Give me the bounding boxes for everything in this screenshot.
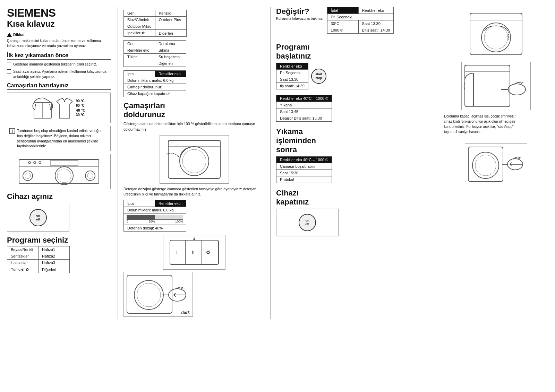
menu-cell: Değiştir Bitiş saati: 15:30 bbox=[276, 115, 332, 122]
menu-cell[interactable]: Diğerleri bbox=[39, 266, 70, 273]
menu-cell: Yıkana bbox=[276, 102, 332, 108]
yikama-sonra-section: Yıkamaişlemindensonra Renkliler eko 40°C… bbox=[276, 127, 438, 183]
cihazi-kapat-section: Cihazıkapatınız on off bbox=[276, 189, 438, 236]
detergent-svg: I II ✿ bbox=[166, 237, 222, 268]
clack-label: clack bbox=[181, 310, 190, 314]
table-row: Çamaşır boşaltılabilir bbox=[276, 163, 332, 170]
menu-cell: Dolun miktarı: maks. 6,0 kg bbox=[124, 77, 186, 84]
menu-cell[interactable]: Geri bbox=[124, 41, 155, 47]
program-secin-heading: Programı seçiniz bbox=[7, 236, 111, 245]
table-row: Geri Karışık bbox=[124, 10, 187, 17]
checkbox-icon bbox=[7, 62, 11, 66]
menu-cell[interactable]: Karışık bbox=[155, 10, 186, 17]
table-row: Renkliler eko Sıkma bbox=[124, 47, 186, 54]
detergent-img: I II ✿ bbox=[163, 235, 225, 270]
svg-rect-33 bbox=[465, 65, 510, 71]
menu-cell[interactable]: Bluz/Gömlek bbox=[124, 17, 155, 23]
svg-rect-29 bbox=[470, 13, 522, 20]
menu-cell[interactable]: Renkliler eko bbox=[124, 47, 155, 54]
menu-cell[interactable]: İpekliler ✿ bbox=[124, 30, 155, 37]
svg-rect-28 bbox=[470, 13, 522, 55]
menu-cell[interactable]: Diğerleri bbox=[155, 60, 186, 67]
menu-cell[interactable]: Renkliler eko bbox=[358, 7, 394, 14]
ilk-kez-heading: İlk kez yıkamadan önce bbox=[7, 52, 111, 60]
start-stop-button[interactable]: start stop bbox=[311, 69, 326, 84]
menu-cell: Saat 13:30 bbox=[358, 20, 394, 27]
menu-cell: 1000 © bbox=[327, 27, 358, 34]
shirt-svg bbox=[56, 96, 73, 120]
right-right-subcol: Doldurma kapağı açılmaz ise, çocuk emniy… bbox=[444, 7, 548, 242]
svg-point-36 bbox=[472, 152, 499, 178]
table-row: Renkliler eko bbox=[276, 63, 308, 70]
cihazi-kapat-onoff-box: on off bbox=[276, 209, 339, 236]
svg-point-4 bbox=[28, 162, 31, 164]
table-row: Tüller Su boşaltma bbox=[124, 54, 186, 60]
menu-cell[interactable]: Durulama bbox=[155, 41, 186, 47]
svg-point-25 bbox=[134, 280, 163, 310]
menu-cell[interactable]: İptal bbox=[327, 7, 358, 14]
door-close-img: clack bbox=[123, 272, 193, 317]
menu-cell: 30°C bbox=[327, 20, 358, 27]
table-row: Saat 15:30 bbox=[276, 170, 332, 176]
menu-cell: Çamaşır doldurunuz bbox=[124, 84, 186, 90]
table-row: Saat 13:30 bbox=[276, 76, 308, 83]
menu-cell[interactable]: Renkliler eko bbox=[155, 200, 186, 207]
menu-cell: Renkliler eko 40°C – 1000 © bbox=[276, 95, 332, 102]
cihazi-kapat-text: Doldurma kapağı açılmaz ise, çocuk emniy… bbox=[444, 114, 520, 134]
table-row: Beyaz/Renkli Hafıza1 bbox=[7, 246, 70, 253]
svg-rect-17 bbox=[168, 140, 220, 147]
table-row: Deterjan dozajı: 40% bbox=[124, 225, 186, 232]
table-row: 30°C Saat 13:30 bbox=[327, 20, 394, 27]
menu-cell: Saat 13:30 bbox=[276, 76, 308, 83]
svg-point-9 bbox=[57, 169, 71, 183]
machine-svg bbox=[16, 158, 102, 185]
menu-cell: Renkliler eko 40°C – 1000 © bbox=[276, 157, 332, 163]
menu-cell[interactable]: Yünlüler ✿ bbox=[7, 266, 39, 273]
menu3: İptal Renkliler eko Dolun miktarı: maks.… bbox=[123, 70, 186, 97]
svg-point-30 bbox=[481, 23, 511, 52]
table-row: Çamaşır doldurunuz bbox=[124, 84, 186, 90]
drum-spin-img bbox=[465, 10, 527, 58]
clothing-diagram: 90 °C 60 °C 40 °C 30 °C bbox=[7, 93, 111, 123]
info-box: i Tamburun boş olup olmadığını kontrol e… bbox=[7, 126, 111, 151]
menu-cell[interactable]: Hafıza3 bbox=[39, 260, 70, 266]
menu-cell[interactable]: İptal bbox=[124, 71, 155, 77]
menu-cell: tiş saati: 14:39 bbox=[276, 83, 308, 89]
table-row: Bluz/Gömlek Outdoor Plus bbox=[124, 17, 187, 23]
menu-cell[interactable]: Tüller bbox=[124, 54, 155, 60]
svg-point-6 bbox=[39, 162, 41, 164]
drum-loading-svg bbox=[166, 139, 222, 180]
table-row: Pr. Seçenekl. bbox=[327, 14, 394, 20]
menu-cell[interactable]: Sentetikler bbox=[7, 253, 39, 260]
temp-labels: 90 °C 60 °C 40 °C 30 °C bbox=[76, 99, 86, 117]
menu-cell[interactable]: Beyaz/Renkli bbox=[7, 246, 39, 253]
menu-cell: Çamaşır boşaltılabilir bbox=[276, 163, 332, 170]
cihazi-kapat-onoff-button[interactable]: on off bbox=[299, 214, 316, 231]
onoff-box: on off bbox=[7, 204, 69, 232]
door-close-svg bbox=[125, 273, 191, 315]
table-row: Yıkana bbox=[276, 102, 332, 108]
menu-cell[interactable]: Diğerleri bbox=[155, 30, 186, 37]
table-row: Yünlüler ✿ Diğerleri bbox=[7, 266, 70, 273]
menu-cell[interactable]: Outdoor Mikro bbox=[124, 23, 155, 30]
list-item: Gösterge alanında gösterilen tekstlerin … bbox=[7, 62, 111, 67]
menu-cell[interactable]: Hafıza1 bbox=[39, 246, 70, 253]
dikkat-section: Dikkat Çamaşır makinesini kullanmadan ön… bbox=[7, 33, 111, 48]
menu-cell[interactable]: Geri bbox=[124, 10, 155, 17]
menu-cell bbox=[155, 23, 186, 30]
onoff-area: on off bbox=[7, 202, 111, 233]
table-row: tiş saati: 14:39 bbox=[276, 83, 308, 89]
onoff-button[interactable]: on off bbox=[29, 209, 47, 226]
progress-labels: 0 50% 100% bbox=[127, 220, 183, 223]
menu-cell[interactable]: Sıkma bbox=[155, 47, 186, 54]
right-column: Değiştir? Kullanma kılavuzuna bakınız. İ… bbox=[271, 7, 548, 319]
ilk-kez-list: Gösterge alanında gösterilen tekstlerin … bbox=[7, 62, 111, 79]
menu-cell[interactable]: Hassaslar bbox=[7, 260, 39, 266]
menu-cell[interactable]: İptal bbox=[124, 200, 155, 207]
menu-cell[interactable]: Hafıza2 bbox=[39, 253, 70, 260]
menu-cell[interactable]: Outdoor Plus bbox=[155, 17, 186, 23]
progress-bar bbox=[127, 215, 183, 220]
menu-cell[interactable]: Renkliler eko bbox=[155, 71, 186, 77]
menu-cell[interactable]: Su boşaltma bbox=[155, 54, 186, 60]
svg-point-11 bbox=[25, 173, 31, 178]
